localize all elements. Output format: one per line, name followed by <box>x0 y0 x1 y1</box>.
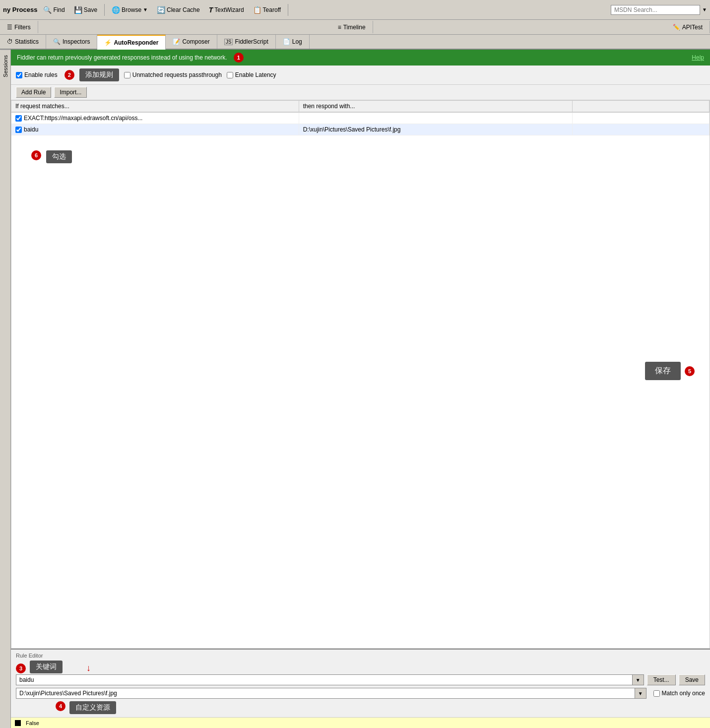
controls-anno-container: Enable rules 2 添加规则 Unmatched requests p… <box>11 66 710 100</box>
annotation-6-container: 6 勾选 <box>31 150 710 163</box>
app-title: ny Process <box>3 6 37 13</box>
inspectors-icon: 🔍 <box>53 38 61 45</box>
match-only-once-label[interactable]: Match only once <box>653 690 705 697</box>
keyword-input-wrapper: ▼ <box>16 674 644 685</box>
add-rule-button[interactable]: Add Rule <box>16 87 51 98</box>
status-text: False <box>26 720 39 726</box>
save-button[interactable]: 💾 Save <box>71 5 100 15</box>
tab-timeline[interactable]: ≡ Timeline <box>331 21 373 33</box>
annotation-badge-4: 4 <box>56 701 65 711</box>
content-with-sidebar: Sessions Fiddler can return previously g… <box>0 50 710 728</box>
filters-icon: ☰ <box>7 24 12 31</box>
rule-editor-file-row: ▼ Match only once <box>16 688 705 699</box>
test-button[interactable]: Test... <box>647 674 676 685</box>
tooltip-keyword: 关键词 <box>30 661 63 673</box>
browse-dropdown-arrow: ▼ <box>143 7 148 12</box>
browse-icon: 🌐 <box>112 6 120 14</box>
tooltip-add-rule: 添加规则 <box>79 68 119 81</box>
annotation-3-row: 3 关键词 ↓ <box>16 661 705 673</box>
apitest-icon: ✏️ <box>673 24 680 31</box>
search-input[interactable] <box>611 5 700 15</box>
tab-inspectors[interactable]: 🔍 Inspectors <box>46 35 97 49</box>
tab-log[interactable]: 📄 Log <box>276 35 310 49</box>
tab-row-2: ⏱ Statistics 🔍 Inspectors ⚡ AutoResponde… <box>0 35 710 50</box>
main-panel: Fiddler can return previously generated … <box>11 50 710 728</box>
browse-button[interactable]: 🌐 Browse ▼ <box>109 5 151 15</box>
annotation-badge-2: 2 <box>65 70 74 80</box>
keyword-input[interactable] <box>16 674 632 685</box>
rule-editor-row1-container: 3 关键词 ↓ ▼ Test... Save <box>16 661 705 685</box>
annotation-badge-3: 3 <box>16 663 26 673</box>
textwizard-button[interactable]: T TextWizard <box>206 5 247 15</box>
button-bar: Add Rule Import... <box>11 85 710 100</box>
enable-latency-checkbox[interactable] <box>227 72 233 78</box>
table-row[interactable]: EXACT:https://maxapi.edrawsoft.cn/api/os… <box>11 112 710 124</box>
enable-rules-checkbox-label[interactable]: Enable rules <box>16 71 58 78</box>
rule-editor-keyword-row: ▼ Test... Save <box>16 674 705 685</box>
arrow-down-3: ↓ <box>86 663 91 673</box>
save-icon: 💾 <box>74 6 82 14</box>
col-header-respond: then respond with... <box>299 101 573 112</box>
composer-icon: 📝 <box>173 38 180 45</box>
app-layout: ny Process 🔍 Find 💾 Save 🌐 Browse ▼ 🔄 Cl… <box>0 0 710 728</box>
save-editor-button[interactable]: Save <box>679 674 705 685</box>
row1-checkbox[interactable] <box>15 115 22 122</box>
info-banner-text: Fiddler can return previously generated … <box>17 53 244 63</box>
table-cell-action-1 <box>573 112 710 124</box>
toolbar-sep-2 <box>288 4 288 16</box>
left-sidebar: Sessions <box>0 50 11 728</box>
status-indicator <box>15 720 21 726</box>
rule-editor-label: Rule Editor <box>16 653 705 659</box>
unmatched-passthrough-checkbox[interactable] <box>124 72 130 78</box>
annotation-badge-1: 1 <box>234 53 244 63</box>
enable-rules-checkbox[interactable] <box>16 72 22 78</box>
log-icon: 📄 <box>283 38 290 45</box>
table-cell-match-1: EXACT:https://maxapi.edrawsoft.cn/api/os… <box>11 112 299 124</box>
table-row[interactable]: baidu D:\xujin\Pictures\Saved Pictures\f… <box>11 124 710 135</box>
tab-autoresponder[interactable]: ⚡ AutoResponder <box>97 35 166 50</box>
unmatched-passthrough-checkbox-label[interactable]: Unmatched requests passthrough <box>124 71 222 78</box>
help-link[interactable]: Help <box>692 54 704 61</box>
tab-statistics[interactable]: ⏱ Statistics <box>0 35 46 49</box>
table-cell-respond-1 <box>299 112 573 124</box>
rule-editor-row2-container: ▼ Match only once 4 自定义资源 <box>16 688 705 714</box>
find-icon: 🔍 <box>43 6 52 14</box>
rule-editor: Rule Editor 3 关键词 ↓ ▼ Test... <box>11 649 710 717</box>
tab-apitest[interactable]: ✏️ APITest <box>666 21 710 33</box>
find-button[interactable]: 🔍 Find <box>40 5 67 15</box>
controls-bar: Enable rules 2 添加规则 Unmatched requests p… <box>11 66 710 85</box>
col-header-match: If request matches... <box>11 101 299 112</box>
tooltip-custom-resource: 自定义资源 <box>69 701 116 714</box>
status-bar: False <box>11 717 710 728</box>
file-input-wrapper: ▼ <box>16 688 646 699</box>
tab-fiddlerscript[interactable]: JS FiddlerScript <box>217 35 276 49</box>
toolbar-search: ▼ <box>611 5 707 15</box>
toolbar: ny Process 🔍 Find 💾 Save 🌐 Browse ▼ 🔄 Cl… <box>0 0 710 20</box>
toolbar-sep-1 <box>104 4 105 16</box>
clear-cache-button[interactable]: 🔄 Clear Cache <box>154 5 203 15</box>
tearoff-icon: 📋 <box>253 6 261 14</box>
clear-cache-icon: 🔄 <box>157 6 165 14</box>
row2-checkbox[interactable] <box>15 127 22 133</box>
annotation-4-row: 4 自定义资源 <box>56 701 705 714</box>
enable-latency-checkbox-label[interactable]: Enable Latency <box>227 71 276 78</box>
import-button[interactable]: Import... <box>54 87 87 98</box>
keyword-dropdown-btn[interactable]: ▼ <box>632 674 644 685</box>
file-dropdown-btn[interactable]: ▼ <box>635 688 646 699</box>
file-input[interactable] <box>16 688 635 699</box>
match-only-once-checkbox[interactable] <box>653 690 660 697</box>
tab-row-1: ☰ Filters ≡ Timeline ✏️ APITest <box>0 20 710 35</box>
tearoff-button[interactable]: 📋 Tearoff <box>250 5 284 15</box>
table-cell-match-2: baidu <box>11 124 299 135</box>
tooltip-save: 保存 <box>645 362 681 380</box>
sidebar-tab[interactable]: Sessions <box>0 50 10 82</box>
save-annotation-container: 保存 5 <box>11 362 695 380</box>
tab-filters[interactable]: ☰ Filters <box>0 21 38 33</box>
search-dropdown-arrow[interactable]: ▼ <box>702 7 707 12</box>
info-banner: Fiddler can return previously generated … <box>11 50 710 66</box>
tab-composer[interactable]: 📝 Composer <box>166 35 217 49</box>
rules-table-area: If request matches... then respond with.… <box>11 100 710 649</box>
annotation-badge-5: 5 <box>685 366 695 376</box>
table-cell-respond-2: D:\xujin\Pictures\Saved Pictures\f.jpg <box>299 124 573 135</box>
textwizard-icon: T <box>209 6 213 14</box>
